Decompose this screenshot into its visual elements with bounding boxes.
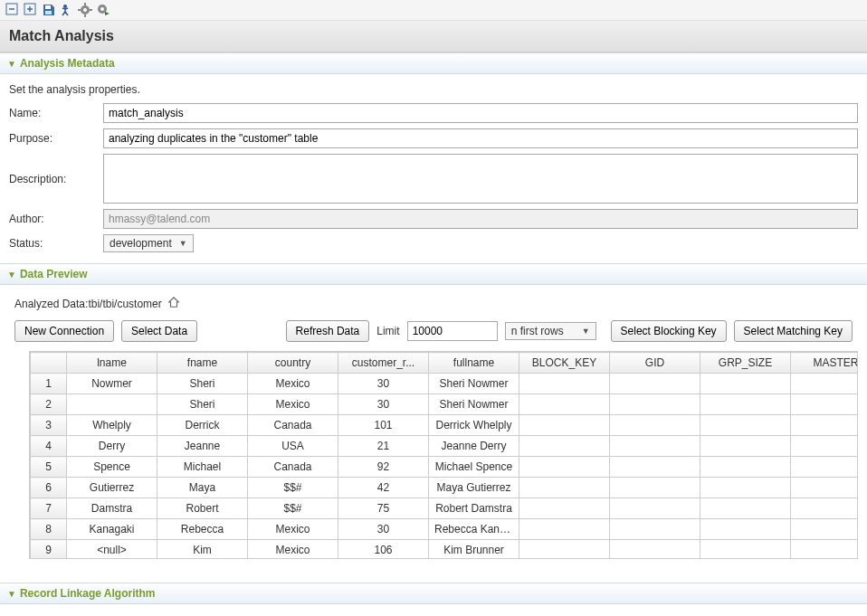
gear-icon[interactable]: [78, 3, 92, 17]
table-cell[interactable]: <null>: [67, 540, 157, 560]
table-header[interactable]: BLOCK_KEY: [519, 353, 610, 374]
table-cell[interactable]: [519, 374, 610, 394]
row-number-cell[interactable]: 9: [31, 540, 67, 560]
collapse-all-icon[interactable]: [5, 3, 20, 17]
table-cell[interactable]: 30: [338, 519, 429, 540]
table-cell[interactable]: [700, 478, 791, 498]
table-cell[interactable]: 30: [338, 394, 429, 415]
table-cell[interactable]: Kim Brunner: [429, 540, 519, 560]
data-table-wrap[interactable]: lname fname country customer_r... fullna…: [29, 351, 858, 559]
gear-play-icon[interactable]: [96, 3, 110, 17]
status-select[interactable]: development ▼: [103, 234, 194, 252]
description-input[interactable]: [103, 154, 858, 204]
table-header[interactable]: MASTER: [791, 353, 859, 374]
table-cell[interactable]: Canada: [248, 457, 338, 478]
table-row[interactable]: 4DerryJeanneUSA21Jeanne Derry: [31, 436, 859, 457]
table-row[interactable]: 3WhelplyDerrickCanada101Derrick Whelply: [31, 415, 859, 436]
row-number-cell[interactable]: 2: [31, 394, 67, 415]
section-header-linkage[interactable]: ▼ Record Linkage Algorithm: [0, 583, 867, 604]
table-cell[interactable]: [700, 519, 791, 540]
row-number-cell[interactable]: 3: [31, 415, 67, 436]
table-row[interactable]: 6GutierrezMaya$$#42Maya Gutierrez: [31, 478, 859, 498]
table-cell[interactable]: [791, 540, 859, 560]
table-cell[interactable]: [791, 457, 859, 478]
table-cell[interactable]: [791, 436, 859, 457]
limit-input[interactable]: [407, 321, 498, 341]
table-cell[interactable]: [519, 415, 610, 436]
table-cell[interactable]: Derry: [67, 436, 157, 457]
table-cell[interactable]: 42: [338, 478, 429, 498]
new-connection-button[interactable]: New Connection: [14, 320, 114, 342]
table-row[interactable]: 5SpenceMichaelCanada92Michael Spence: [31, 457, 859, 478]
table-cell[interactable]: [610, 519, 700, 540]
table-header[interactable]: fname: [157, 353, 248, 374]
table-cell[interactable]: 30: [338, 374, 429, 394]
table-row[interactable]: 7DamstraRobert$$#75Robert Damstra: [31, 498, 859, 519]
table-header[interactable]: lname: [67, 353, 157, 374]
table-header[interactable]: GID: [610, 353, 700, 374]
table-cell[interactable]: Rebecca: [157, 519, 248, 540]
table-cell[interactable]: Whelply: [67, 415, 157, 436]
table-cell[interactable]: [791, 478, 859, 498]
table-cell[interactable]: [791, 498, 859, 519]
table-cell[interactable]: [519, 457, 610, 478]
table-cell[interactable]: [519, 519, 610, 540]
table-row[interactable]: 8KanagakiRebeccaMexico30Rebecca Kanagaki: [31, 519, 859, 540]
table-cell[interactable]: Robert Damstra: [429, 498, 519, 519]
table-cell[interactable]: Damstra: [67, 498, 157, 519]
row-number-cell[interactable]: 6: [31, 478, 67, 498]
table-cell[interactable]: Maya Gutierrez: [429, 478, 519, 498]
save-icon[interactable]: [42, 3, 56, 17]
table-cell[interactable]: [791, 394, 859, 415]
home-icon[interactable]: [167, 296, 180, 311]
table-header[interactable]: customer_r...: [338, 353, 429, 374]
table-cell[interactable]: 101: [338, 415, 429, 436]
select-blocking-key-button[interactable]: Select Blocking Key: [611, 320, 727, 342]
table-cell[interactable]: Derrick: [157, 415, 248, 436]
table-cell[interactable]: Derrick Whelply: [429, 415, 519, 436]
table-cell[interactable]: [610, 478, 700, 498]
table-header-rownum[interactable]: [31, 353, 67, 374]
section-header-metadata[interactable]: ▼ Analysis Metadata: [0, 52, 867, 74]
table-cell[interactable]: Michael: [157, 457, 248, 478]
table-cell[interactable]: Sheri: [157, 394, 248, 415]
table-row[interactable]: 2SheriMexico30Sheri Nowmer: [31, 394, 859, 415]
table-row[interactable]: 9<null>KimMexico106Kim Brunner: [31, 540, 859, 560]
run-icon[interactable]: [60, 3, 74, 17]
table-cell[interactable]: Robert: [157, 498, 248, 519]
table-cell[interactable]: Nowmer: [67, 374, 157, 394]
table-cell[interactable]: Jeanne Derry: [429, 436, 519, 457]
table-cell[interactable]: Spence: [67, 457, 157, 478]
table-cell[interactable]: [700, 457, 791, 478]
expand-all-icon[interactable]: [24, 3, 38, 17]
table-cell[interactable]: [610, 436, 700, 457]
table-cell[interactable]: [700, 374, 791, 394]
row-number-cell[interactable]: 8: [31, 519, 67, 540]
purpose-input[interactable]: [103, 128, 858, 148]
refresh-data-button[interactable]: Refresh Data: [286, 320, 370, 342]
table-row[interactable]: 1NowmerSheriMexico30Sheri Nowmer: [31, 374, 859, 394]
table-cell[interactable]: Sheri Nowmer: [429, 374, 519, 394]
table-cell[interactable]: [610, 540, 700, 560]
table-cell[interactable]: [791, 374, 859, 394]
table-cell[interactable]: [519, 540, 610, 560]
table-header[interactable]: GRP_SIZE: [700, 353, 791, 374]
name-input[interactable]: [103, 103, 858, 123]
row-number-cell[interactable]: 1: [31, 374, 67, 394]
table-cell[interactable]: [519, 478, 610, 498]
table-cell[interactable]: Mexico: [248, 540, 338, 560]
row-number-cell[interactable]: 4: [31, 436, 67, 457]
table-cell[interactable]: $$#: [248, 498, 338, 519]
table-cell[interactable]: Mexico: [248, 374, 338, 394]
table-cell[interactable]: [610, 457, 700, 478]
select-matching-key-button[interactable]: Select Matching Key: [734, 320, 853, 342]
table-cell[interactable]: Kanagaki: [67, 519, 157, 540]
table-cell[interactable]: [700, 498, 791, 519]
table-header[interactable]: country: [248, 353, 338, 374]
table-cell[interactable]: Mexico: [248, 519, 338, 540]
table-cell[interactable]: [610, 498, 700, 519]
section-header-preview[interactable]: ▼ Data Preview: [0, 263, 867, 285]
table-cell[interactable]: [700, 540, 791, 560]
table-cell[interactable]: 75: [338, 498, 429, 519]
table-cell[interactable]: Gutierrez: [67, 478, 157, 498]
